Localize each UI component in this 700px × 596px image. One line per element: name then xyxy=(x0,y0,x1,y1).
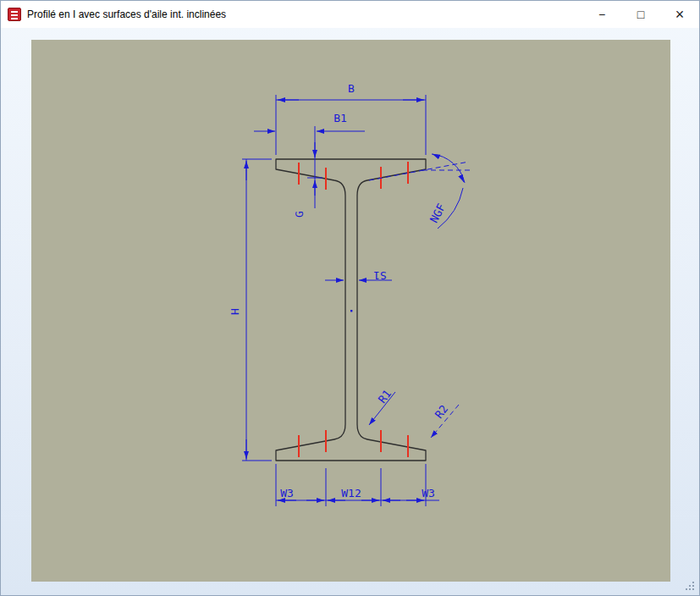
resize-grip[interactable] xyxy=(685,581,696,592)
dialog-window: Profilé en I avec surfaces d'aile int. i… xyxy=(0,0,700,596)
close-button[interactable]: × xyxy=(660,1,699,28)
minimize-button[interactable]: − xyxy=(582,1,621,28)
dim-label-h: H xyxy=(229,308,241,315)
window-controls: − □ × xyxy=(582,1,699,28)
dim-label-w3-right: W3 xyxy=(422,487,435,499)
dim-label-b1: B1 xyxy=(333,112,347,124)
title-bar: Profilé en I avec surfaces d'aile int. i… xyxy=(1,1,699,28)
dimension-b1: B1 xyxy=(254,112,365,208)
dimension-ngf: NGF xyxy=(369,154,470,229)
window-title: Profilé en I avec surfaces d'aile int. i… xyxy=(27,8,226,20)
dimension-s1: S1 xyxy=(325,269,392,282)
dim-label-g: G xyxy=(293,211,306,218)
dimension-h: H xyxy=(229,159,272,461)
center-mark xyxy=(350,310,352,312)
app-icon[interactable] xyxy=(8,8,21,21)
dim-label-r1: R1 xyxy=(376,387,394,406)
profile-outline xyxy=(276,159,426,461)
dimension-w: W3 W12 W3 xyxy=(276,464,439,506)
drawing-canvas: B B1 G H xyxy=(31,40,670,582)
maximize-button[interactable]: □ xyxy=(621,1,660,28)
dimension-r2: R2 xyxy=(431,402,459,438)
dim-label-w3-left: W3 xyxy=(280,487,294,499)
dim-label-b: B xyxy=(348,82,355,95)
profile-drawing: B B1 G H xyxy=(31,40,670,582)
dimension-g: G xyxy=(293,142,322,218)
dimension-r1: R1 xyxy=(369,387,395,425)
dim-label-s1: S1 xyxy=(373,269,387,282)
dim-label-w12: W12 xyxy=(341,487,361,499)
dimension-b: B xyxy=(276,82,426,155)
